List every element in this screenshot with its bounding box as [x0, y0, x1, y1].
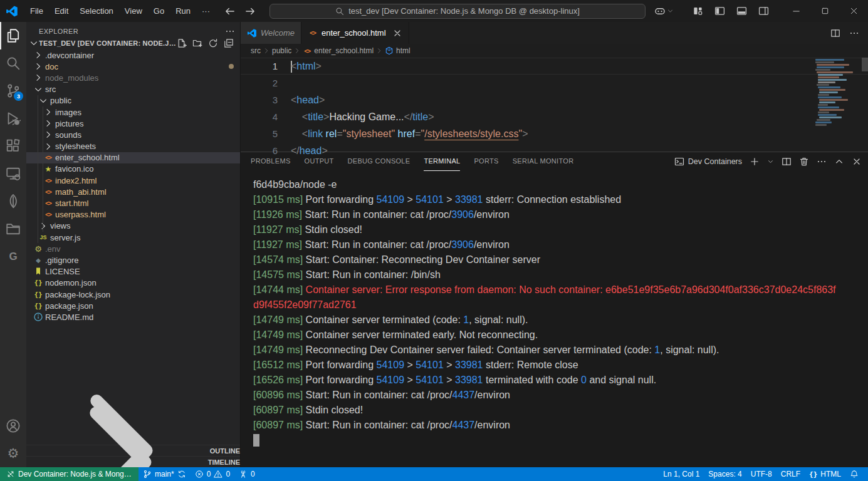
toggle-sidebar-icon[interactable] [714, 6, 725, 16]
tree-file-favicon-ico[interactable]: ★favicon.ico [26, 163, 240, 175]
status-eol[interactable]: CRLF [776, 467, 805, 481]
tree-folder-devcontainer[interactable]: .devcontainer [26, 49, 240, 61]
command-center[interactable]: test_dev [Dev Container: Node.js & Mongo… [269, 4, 646, 19]
tree-file-gitignore[interactable]: ◆.gitignore [26, 254, 240, 266]
activity-search[interactable] [0, 49, 26, 77]
tree-file-env[interactable]: ⚙.env [26, 243, 240, 254]
status-remote-indicator[interactable]: Dev Container: Node.js & Mongo DB @ desk… [0, 467, 139, 481]
close-tab-icon[interactable] [392, 28, 402, 38]
menu-file[interactable]: File [24, 3, 49, 19]
code-line-6[interactable]: 6</head> [241, 142, 868, 159]
terminal-token: [60897 ms] [253, 420, 303, 430]
terminal-token: 33981 [455, 359, 483, 370]
tree-file-index2-html[interactable]: <>index2.html [26, 175, 240, 186]
symbol-icon [385, 46, 394, 55]
tree-folder-stylesheets[interactable]: stylesheets [26, 141, 240, 152]
tree-file-start-html[interactable]: <>start.html [26, 197, 240, 209]
toggle-secondary-sidebar-icon[interactable] [758, 6, 769, 16]
close-window-button[interactable] [839, 0, 868, 22]
tree-file-license[interactable]: LICENSE [26, 266, 240, 277]
minimap[interactable] [815, 59, 859, 133]
menu-edit[interactable]: Edit [49, 3, 74, 19]
code-token: title [412, 111, 428, 122]
tree-folder-src[interactable]: src [26, 84, 240, 95]
braces-icon: {} [33, 301, 43, 311]
tree-file-server-js[interactable]: JSserver.js [26, 232, 240, 243]
code-line-3[interactable]: 3<head> [241, 91, 868, 108]
status-indentation[interactable]: Spaces: 4 [704, 467, 746, 481]
customize-layout-icon[interactable] [693, 6, 703, 16]
forward-arrow-icon[interactable] [244, 6, 256, 17]
copilot-menu[interactable] [654, 6, 674, 17]
menu-go[interactable]: Go [148, 3, 170, 19]
new-file-icon[interactable] [177, 38, 187, 48]
status-cursor-position[interactable]: Ln 1, Col 1 [659, 467, 704, 481]
chevron-right-icon [43, 130, 53, 140]
activity-extensions[interactable] [0, 132, 26, 160]
status-language-mode[interactable]: {}HTML [805, 467, 845, 481]
collapse-all-icon[interactable] [224, 38, 234, 48]
tree-file-package-json[interactable]: {}package.json [26, 300, 240, 311]
tab-welcome[interactable]: Welcome [241, 22, 301, 44]
menu-selection[interactable]: Selection [74, 3, 118, 19]
menu-view[interactable]: View [119, 3, 148, 19]
tab-enter-school-html[interactable]: <>enter_school.html [301, 22, 409, 44]
tree-folder-doc[interactable]: doc [26, 61, 240, 72]
status-notifications[interactable] [845, 467, 863, 481]
status-ports[interactable]: 0 [234, 467, 259, 481]
activity-file-explorer[interactable] [0, 215, 26, 242]
tree-folder-pictures[interactable]: pictures [26, 118, 240, 129]
terminal-token: [14575 ms] [253, 269, 303, 280]
tree-folder-node-modules[interactable]: node_modules [26, 72, 240, 83]
code-line-2[interactable]: 2 [241, 75, 868, 91]
activity-settings[interactable]: ⚙ [0, 440, 26, 467]
more-actions-icon[interactable] [225, 26, 235, 36]
tree-file-math-abi-html[interactable]: <>math_abi.html [26, 186, 240, 197]
maximize-button[interactable] [810, 0, 839, 22]
activity-remote-explorer[interactable] [0, 160, 26, 187]
tree-file-enter-school-html[interactable]: <>enter_school.html [26, 152, 240, 163]
code-editor[interactable]: 1<html>23<head>4 <title>Hacking Game...<… [241, 58, 868, 152]
activity-run-debug[interactable] [0, 105, 26, 132]
editor-scrollbar[interactable] [862, 58, 868, 71]
activity-gitlens[interactable]: G [0, 242, 26, 270]
tree-folder-public[interactable]: public [26, 95, 240, 106]
terminal-output[interactable]: f6d4b9cba/node -e[10915 ms] Port forward… [241, 171, 868, 467]
tree-file-userpass-html[interactable]: <>userpass.html [26, 209, 240, 220]
terminal-token: Start: Run in container: cat /proc/ [302, 209, 451, 220]
new-folder-icon[interactable] [192, 38, 202, 48]
status-git-branch[interactable]: main* [139, 467, 191, 481]
status-encoding[interactable]: UTF-8 [746, 467, 776, 481]
tree-folder-images[interactable]: images [26, 106, 240, 118]
breadcrumb-public[interactable]: public [272, 46, 291, 55]
activity-mongodb[interactable] [0, 187, 26, 215]
toggle-panel-icon[interactable] [736, 6, 747, 16]
code-line-4[interactable]: 4 <title>Hacking Game...</title> [241, 108, 868, 125]
code-line-1[interactable]: 1<html> [241, 58, 868, 75]
more-actions-icon[interactable] [849, 28, 859, 38]
activity-explorer[interactable] [0, 22, 26, 49]
refresh-icon[interactable] [208, 38, 218, 48]
status-problems[interactable]: 00 [191, 467, 234, 481]
breadcrumb-src[interactable]: src [251, 46, 261, 55]
minimize-button[interactable] [782, 0, 810, 22]
tree-file-readme-md[interactable]: README.md [26, 311, 240, 323]
tree-folder-sounds[interactable]: sounds [26, 129, 240, 140]
split-editor-icon[interactable] [830, 28, 840, 38]
section-timeline[interactable]: TIMELINE [26, 456, 240, 467]
menu-item[interactable]: ··· [196, 3, 216, 19]
activity-source-control[interactable]: 3 [0, 77, 26, 105]
breadcrumb-label: src [251, 46, 261, 55]
code-line-5[interactable]: 5 <link rel="stylesheet" href="/styleshe… [241, 125, 868, 142]
activity-accounts[interactable] [0, 412, 26, 440]
back-arrow-icon[interactable] [224, 6, 236, 17]
tree-file-nodemon-json[interactable]: {}nodemon.json [26, 277, 240, 289]
tree-file-package-lock-json[interactable]: {}package-lock.json [26, 289, 240, 300]
file-tree: .devcontainerdocnode_modulessrcpublicima… [26, 49, 240, 323]
breadcrumb-enter-school-html[interactable]: <>enter_school.html [303, 46, 374, 55]
menu-run[interactable]: Run [170, 3, 196, 19]
workspace-section-header[interactable]: TEST_DEV [DEV CONTAINER: NODE.JS & MONGO… [26, 37, 240, 49]
breadcrumb-html[interactable]: html [385, 46, 410, 55]
terminal-token: > [404, 359, 416, 370]
tree-folder-views[interactable]: views [26, 220, 240, 232]
